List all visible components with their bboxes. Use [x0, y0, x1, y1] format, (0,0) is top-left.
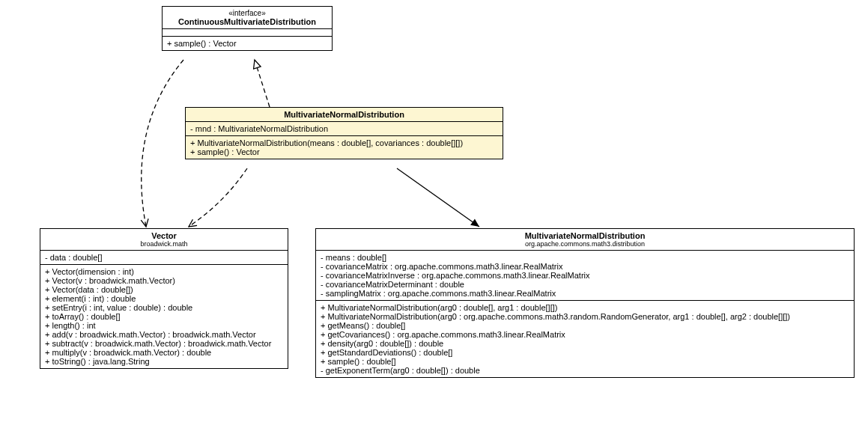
interface-methods: + sample() : Vector: [163, 37, 332, 50]
conn-mnd-realizes-interface: [255, 60, 270, 107]
apache-name: MultivariateNormalDistribution: [321, 231, 849, 240]
class-multivariate-normal-distribution: MultivariateNormalDistribution - mnd : M…: [185, 107, 503, 159]
vector-name: Vector: [45, 231, 283, 240]
vector-attrs: - data : double[]: [40, 251, 288, 265]
interface-name: ContinuousMultivariateDistribution: [167, 17, 327, 26]
apache-attrs: - means : double[] - covarianceMatrix : …: [316, 251, 854, 301]
mnd-name: MultivariateNormalDistribution: [190, 110, 498, 119]
conn-interface-uses-vector: [142, 60, 183, 227]
class-vector: Vector broadwick.math - data : double[] …: [40, 228, 288, 369]
mnd-attrs: - mnd : MultivariateNormalDistribution: [186, 122, 503, 136]
conn-mnd-assoc-apache: [397, 168, 479, 227]
interface-attrs: [163, 29, 332, 37]
apache-methods: + MultivariateNormalDistribution(arg0 : …: [316, 301, 854, 377]
interface-stereotype: «interface»: [167, 9, 327, 17]
class-continuous-multivariate-distribution: «interface» ContinuousMultivariateDistri…: [162, 6, 333, 51]
class-apache-multivariate-normal-distribution: MultivariateNormalDistribution org.apach…: [315, 228, 855, 378]
vector-methods: + Vector(dimension : int) + Vector(v : b…: [40, 265, 288, 368]
vector-pkg: broadwick.math: [45, 240, 283, 248]
mnd-methods: + MultivariateNormalDistribution(means :…: [186, 136, 503, 159]
apache-pkg: org.apache.commons.math3.distribution: [321, 240, 849, 248]
conn-mnd-uses-vector: [189, 168, 247, 227]
